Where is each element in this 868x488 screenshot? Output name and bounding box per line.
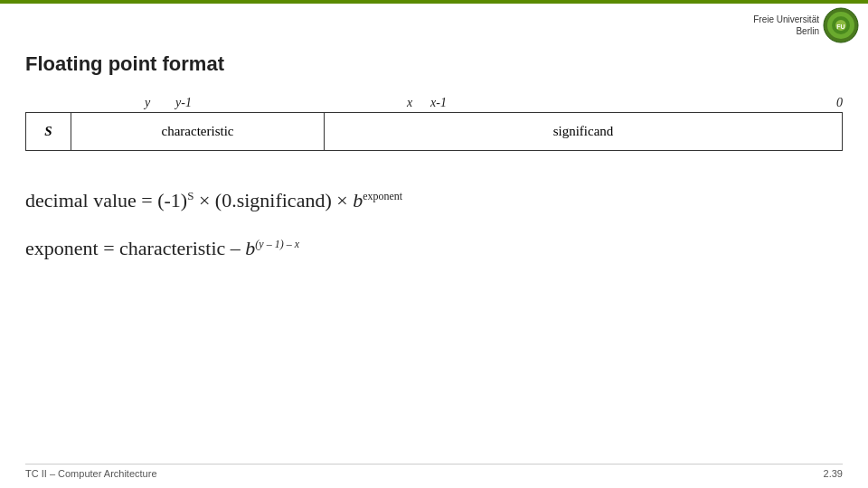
- university-name: Freie Universität Berlin: [753, 14, 819, 37]
- superscript-exponent: exponent: [363, 190, 402, 202]
- main-content: y y-1 x x-1 0 S characteristic significa…: [25, 90, 843, 283]
- footer-page-number: 2.39: [824, 468, 843, 479]
- label-y: y: [145, 96, 150, 110]
- label-zero: 0: [836, 96, 843, 110]
- fp-format-table: S characteristic significand: [25, 112, 843, 151]
- superscript-s: S: [187, 189, 193, 202]
- svg-text:FU: FU: [836, 23, 844, 30]
- footer: TC II – Computer Architecture 2.39: [25, 464, 843, 479]
- label-y-minus-1: y-1: [175, 96, 192, 110]
- bit-labels-row: y y-1 x x-1 0: [25, 90, 843, 110]
- top-accent-bar: [0, 0, 868, 4]
- formula-section: decimal value = (-1)S × (0.significand) …: [25, 187, 843, 263]
- formula-b: b: [353, 189, 363, 211]
- cell-significand: significand: [325, 113, 843, 151]
- university-logo: Freie Universität Berlin FU: [753, 7, 859, 43]
- formula-decimal-value: decimal value = (-1)S × (0.significand) …: [25, 187, 843, 215]
- page-title: Floating point format: [25, 52, 224, 76]
- label-x: x: [407, 96, 412, 110]
- footer-course: TC II – Computer Architecture: [25, 468, 157, 479]
- cell-sign: S: [26, 113, 71, 151]
- university-badge: FU: [823, 7, 859, 43]
- formula-b2: b: [245, 237, 255, 259]
- table-row: S characteristic significand: [26, 113, 843, 151]
- superscript-exponent-expr: (y – 1) – x: [255, 237, 299, 249]
- formula-exponent: exponent = characteristic – b(y – 1) – x: [25, 235, 843, 263]
- cell-characteristic: characteristic: [71, 113, 325, 151]
- label-x-minus-1: x-1: [430, 96, 447, 110]
